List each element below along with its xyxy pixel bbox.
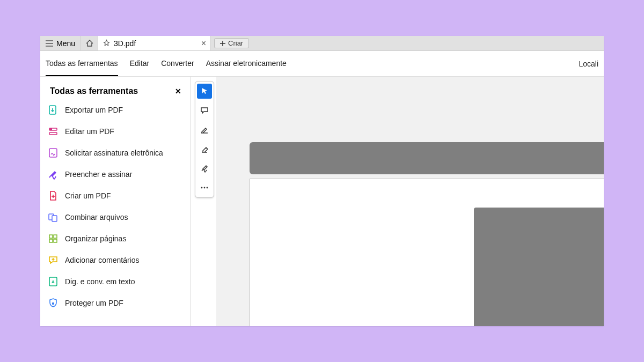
edit-pdf-icon — [48, 126, 58, 137]
svg-rect-7 — [49, 235, 53, 238]
placeholder-block-side — [474, 208, 604, 326]
tool-strip — [195, 81, 214, 198]
svg-rect-13 — [52, 302, 54, 305]
document-tab[interactable]: 3D.pdf × — [98, 36, 211, 50]
menu-label: Menu — [56, 39, 75, 48]
scan-ocr-icon: A — [48, 276, 58, 287]
svg-text:A: A — [52, 279, 55, 284]
sidebar-header: Todas as ferramentas ✕ — [45, 83, 186, 102]
tool-label: Dig. e conv. em texto — [65, 277, 135, 286]
tab-close-button[interactable]: × — [201, 39, 206, 48]
request-signature-icon — [48, 147, 58, 158]
tool-label: Proteger um PDF — [65, 299, 123, 307]
tab-title: 3D.pdf — [114, 39, 136, 48]
combine-files-icon — [48, 212, 58, 223]
add-comments-icon — [48, 255, 58, 265]
nav-bar: Todas as ferramentas Editar Converter As… — [40, 51, 604, 77]
nav-item-find[interactable]: Locali — [579, 60, 598, 68]
document-area[interactable] — [216, 77, 604, 326]
cursor-icon — [200, 87, 209, 95]
nav-item-convert[interactable]: Converter — [161, 51, 194, 76]
sidebar-title: Todas as ferramentas — [50, 86, 138, 96]
tool-sign[interactable] — [197, 161, 212, 176]
tool-label: Criar um PDF — [65, 191, 111, 200]
tool-label: Solicitar assinatura eletrônica — [65, 149, 163, 157]
tool-label: Adicionar comentários — [65, 256, 140, 264]
tool-highlight[interactable] — [197, 122, 212, 137]
organize-pages-icon — [48, 233, 58, 244]
home-icon — [85, 39, 94, 48]
protect-pdf-icon — [48, 298, 58, 308]
tool-scan-ocr[interactable]: A Dig. e conv. em texto — [48, 276, 182, 287]
tool-select[interactable] — [197, 84, 212, 99]
create-tab-button[interactable]: Criar — [214, 38, 249, 48]
svg-rect-9 — [49, 239, 53, 242]
tool-list: Exportar um PDF Editar um PDF Solicitar … — [45, 102, 186, 311]
tool-more[interactable] — [197, 180, 212, 195]
placeholder-block-top — [250, 142, 604, 174]
svg-rect-8 — [54, 235, 57, 238]
tool-label: Preencher e assinar — [65, 170, 132, 179]
svg-point-14 — [201, 187, 203, 189]
tool-add-comments[interactable]: Adicionar comentários — [48, 255, 182, 265]
tool-comment[interactable] — [197, 103, 212, 118]
hamburger-icon — [46, 40, 53, 47]
home-button[interactable] — [81, 36, 98, 50]
highlighter-icon — [200, 125, 209, 134]
tool-label: Organizar páginas — [65, 234, 126, 243]
comment-icon — [200, 106, 209, 115]
tool-label: Exportar um PDF — [65, 106, 123, 114]
plus-icon — [220, 41, 225, 46]
svg-rect-3 — [49, 128, 52, 130]
pen-icon — [200, 164, 209, 173]
create-label: Criar — [228, 39, 243, 47]
nav-item-all-tools[interactable]: Todas as ferramentas — [46, 51, 118, 76]
svg-point-15 — [204, 187, 206, 189]
tool-request-signature[interactable]: Solicitar assinatura eletrônica — [48, 147, 182, 158]
tool-protect-pdf[interactable]: Proteger um PDF — [48, 298, 182, 308]
fill-sign-icon — [48, 169, 58, 180]
more-icon — [200, 187, 209, 189]
star-icon — [103, 39, 111, 47]
tool-label: Editar um PDF — [65, 127, 114, 136]
nav-item-edit[interactable]: Editar — [130, 51, 150, 76]
tab-bar: Menu 3D.pdf × Criar — [40, 36, 604, 51]
tools-sidebar: Todas as ferramentas ✕ Exportar um PDF E… — [40, 77, 191, 326]
menu-button[interactable]: Menu — [40, 36, 81, 50]
tool-strip-container — [191, 77, 216, 326]
sidebar-close-button[interactable]: ✕ — [175, 87, 181, 95]
svg-rect-6 — [52, 216, 57, 221]
tool-create-pdf[interactable]: Criar um PDF — [48, 190, 182, 201]
svg-point-16 — [207, 187, 208, 189]
export-pdf-icon — [48, 105, 58, 115]
nav-item-sign[interactable]: Assinar eletronicamente — [206, 51, 287, 76]
workspace: Todas as ferramentas ✕ Exportar um PDF E… — [40, 77, 604, 326]
tool-combine-files[interactable]: Combinar arquivos — [48, 212, 182, 223]
tool-edit-pdf[interactable]: Editar um PDF — [48, 126, 182, 137]
app-window: Menu 3D.pdf × Criar Todas as ferramentas… — [40, 36, 604, 326]
svg-rect-10 — [54, 239, 57, 242]
tool-eraser[interactable] — [197, 142, 212, 157]
eraser-icon — [200, 145, 209, 153]
tool-export-pdf[interactable]: Exportar um PDF — [48, 105, 182, 115]
tool-fill-sign[interactable]: Preencher e assinar — [48, 169, 182, 180]
create-pdf-icon — [48, 190, 58, 201]
tool-organize-pages[interactable]: Organizar páginas — [48, 233, 182, 244]
svg-rect-2 — [49, 132, 57, 135]
svg-rect-4 — [49, 149, 57, 157]
tool-label: Combinar arquivos — [65, 213, 128, 221]
